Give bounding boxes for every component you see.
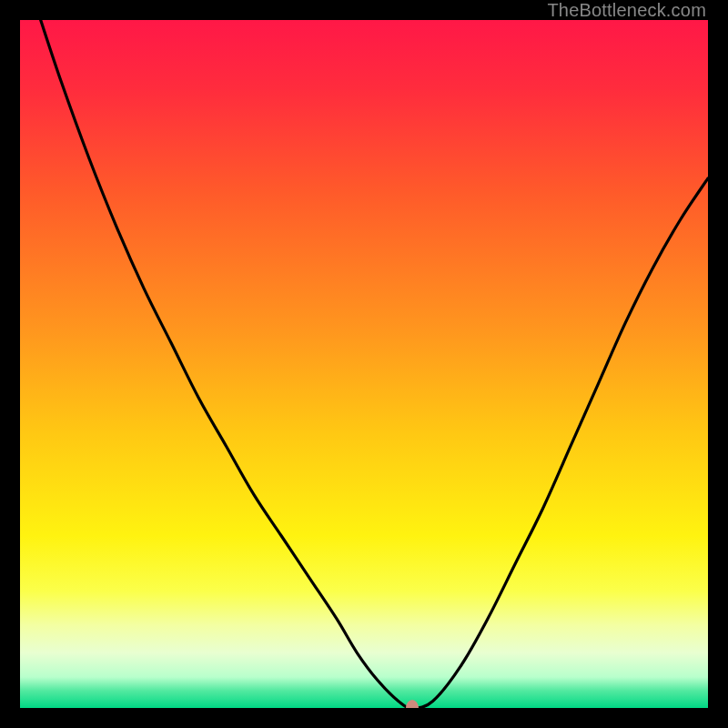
bottleneck-curve xyxy=(41,20,708,708)
plot-area xyxy=(20,20,708,708)
curve-svg xyxy=(20,20,708,708)
attribution-text: TheBottleneck.com xyxy=(547,0,706,21)
chart-container: TheBottleneck.com xyxy=(0,0,728,728)
